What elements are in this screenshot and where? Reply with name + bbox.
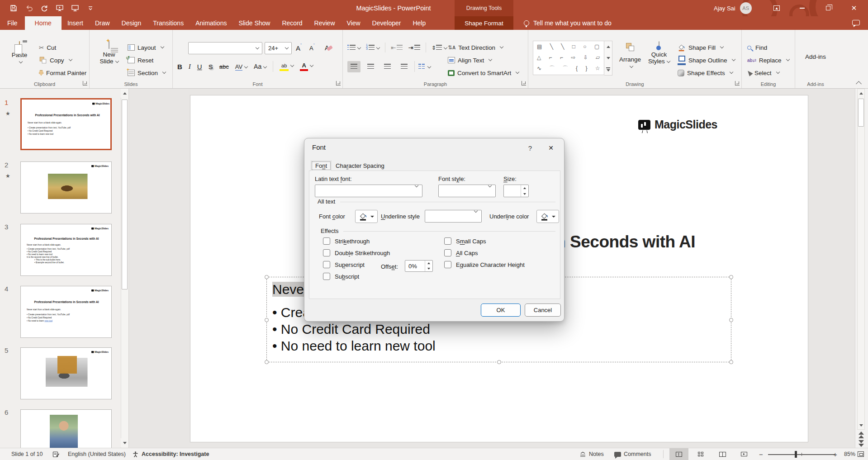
feedback-bubble-icon[interactable] <box>852 20 860 25</box>
tab-home[interactable]: Home <box>25 16 62 30</box>
tab-draw[interactable]: Draw <box>89 16 116 30</box>
size-up-icon[interactable] <box>521 185 528 191</box>
thumbnail-scrollbar-thumb[interactable] <box>122 100 128 289</box>
underline-style-combo[interactable] <box>425 210 482 223</box>
shapes-row-2[interactable]: △ ⌐ ⌐ ⇨ ⇩ ▱ <box>533 52 604 63</box>
slide-show-view-button[interactable] <box>735 448 754 460</box>
accessibility-status[interactable]: Accessibility: Investigate <box>142 448 209 460</box>
font-dialog-launcher-icon[interactable] <box>336 81 341 85</box>
smartart-dropdown-icon[interactable] <box>516 70 519 74</box>
justify-button[interactable] <box>398 61 411 72</box>
strikethrough-checkbox[interactable] <box>323 237 330 245</box>
tab-file[interactable]: File <box>0 16 25 30</box>
arrange-dropdown-icon[interactable] <box>629 64 633 68</box>
copy-dropdown-icon[interactable] <box>68 57 72 61</box>
tab-record[interactable]: Record <box>276 16 308 30</box>
shapes-row-3[interactable]: ∿ ⌒ ⌒ { } ☆ <box>533 63 604 74</box>
replace-button[interactable]: ab⇄Replace <box>747 54 789 66</box>
strikethrough-button[interactable]: abc <box>219 63 229 70</box>
slide-sorter-view-button[interactable] <box>691 448 710 460</box>
underline-style-dropdown-icon[interactable] <box>474 209 478 213</box>
dialog-help-button[interactable]: ? <box>523 142 537 154</box>
language-indicator[interactable]: English (United States) <box>68 448 126 460</box>
change-case-dropdown-icon[interactable] <box>263 65 267 68</box>
addins-button[interactable]: Add-ins <box>802 42 829 60</box>
columns-button[interactable] <box>418 63 431 70</box>
resize-handle-bottom-right[interactable] <box>729 360 733 364</box>
cut-button[interactable]: ✂Cut <box>39 42 56 53</box>
reading-view-button[interactable] <box>713 448 732 460</box>
undo-icon[interactable] <box>24 3 33 13</box>
zoom-out-button[interactable]: − <box>759 448 763 460</box>
font-color-picker[interactable] <box>355 210 378 223</box>
shapes-row-1[interactable]: ▤ ╲ ╲ □ ○ ▢ <box>533 41 604 52</box>
font-name-combo[interactable] <box>188 42 262 54</box>
superscript-label[interactable]: Superscript <box>335 261 365 268</box>
redo-icon[interactable] <box>40 3 49 13</box>
arrange-button[interactable]: Arrange <box>617 42 643 70</box>
thumbnail-scroll-down-icon[interactable] <box>121 438 128 447</box>
tab-slide-show[interactable]: Slide Show <box>232 16 276 30</box>
slide-thumbnail-4[interactable]: MagicSlides Professional Presentations i… <box>20 286 112 338</box>
highlight-dropdown-icon[interactable] <box>290 63 294 67</box>
tab-insert[interactable]: Insert <box>62 16 89 30</box>
tab-review[interactable]: Review <box>308 16 341 30</box>
find-button[interactable]: Find <box>747 42 767 53</box>
slide-thumbnail-3[interactable]: MagicSlides Professional Presentations i… <box>20 224 112 276</box>
save-icon[interactable] <box>9 3 18 13</box>
new-slide-dropdown-icon[interactable] <box>115 59 119 63</box>
align-left-button[interactable] <box>347 61 360 72</box>
minimize-button[interactable] <box>792 0 812 16</box>
spell-check-icon[interactable] <box>52 448 60 460</box>
font-color-dropdown-icon[interactable] <box>310 63 313 67</box>
font-style-dropdown-icon[interactable] <box>488 184 492 187</box>
canvas-scrollbar-track[interactable] <box>857 89 865 430</box>
gallery-up-icon[interactable] <box>604 41 612 52</box>
restore-button[interactable] <box>818 0 838 16</box>
subscript-checkbox[interactable] <box>323 273 330 280</box>
character-spacing-button[interactable]: AV <box>235 63 247 70</box>
ribbon-display-options-button[interactable] <box>767 0 787 16</box>
text-line-bullet-3[interactable]: • No need to learn new tool <box>272 338 436 354</box>
shape-fill-button[interactable]: Shape Fill <box>678 42 723 53</box>
dialog-tab-character-spacing[interactable]: Character Spacing <box>332 161 389 171</box>
dialog-tab-font[interactable]: Font <box>311 161 332 171</box>
copy-button[interactable]: Copy <box>39 54 72 66</box>
slide-indicator[interactable]: Slide 1 of 10 <box>11 448 43 460</box>
canvas-scrollbar-thumb[interactable] <box>858 99 864 127</box>
paste-dropdown-icon[interactable] <box>19 60 22 63</box>
bold-button[interactable]: B <box>177 63 182 71</box>
quick-styles-button[interactable]: QuickStyles <box>645 42 673 65</box>
align-text-button[interactable]: Align Text <box>448 54 492 66</box>
slide-thumbnail-1[interactable]: MagicSlides Professional Presentations i… <box>20 98 112 150</box>
all-caps-checkbox[interactable] <box>444 249 451 256</box>
next-slide-button[interactable] <box>858 440 864 447</box>
qat-customize-icon[interactable] <box>86 3 95 13</box>
start-slideshow-icon[interactable] <box>55 3 64 13</box>
gallery-down-icon[interactable] <box>604 52 612 64</box>
font-style-combo[interactable] <box>438 185 496 197</box>
present-display-icon[interactable] <box>71 3 80 13</box>
line-spacing-button[interactable]: ⇕ <box>432 44 447 51</box>
new-slide-button[interactable]: NewSlide <box>97 42 121 65</box>
resize-handle-middle-right[interactable] <box>729 318 733 322</box>
paste-button[interactable]: Paste <box>6 42 33 65</box>
subscript-label[interactable]: Subscript <box>335 273 359 280</box>
canvas-scroll-up-icon[interactable] <box>857 89 865 98</box>
section-button[interactable]: ✦Section <box>128 67 166 79</box>
ok-button[interactable]: OK <box>481 304 521 317</box>
line-spacing-dropdown-icon[interactable] <box>443 45 447 49</box>
replace-dropdown-icon[interactable] <box>786 57 789 61</box>
text-direction-button[interactable]: ⇅AText Direction <box>448 42 503 53</box>
text-direction-dropdown-icon[interactable] <box>500 45 503 48</box>
font-size-dropdown-icon[interactable] <box>285 45 289 49</box>
small-caps-checkbox[interactable] <box>444 237 451 245</box>
tab-shape-format[interactable]: Shape Format <box>455 16 513 30</box>
format-painter-button[interactable]: Format Painter <box>39 67 86 79</box>
avatar[interactable]: AS <box>740 2 752 14</box>
select-dropdown-icon[interactable] <box>776 70 779 74</box>
bullets-button[interactable] <box>347 44 360 51</box>
tab-transitions[interactable]: Transitions <box>147 16 190 30</box>
close-button[interactable]: ✕ <box>844 0 864 16</box>
decrease-indent-button[interactable]: ⇤ <box>391 44 403 51</box>
